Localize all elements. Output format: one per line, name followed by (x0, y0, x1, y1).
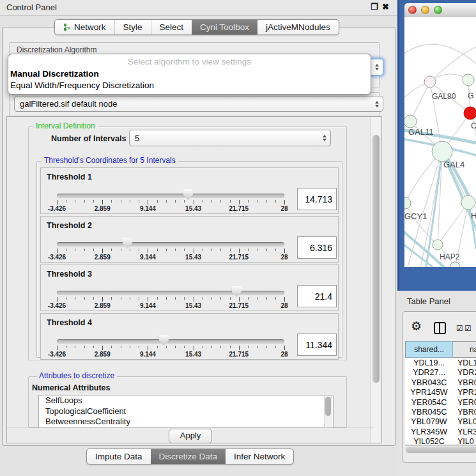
combo-arrows-icon (375, 101, 379, 107)
tab-select[interactable]: Select (151, 20, 192, 35)
gear-icon[interactable]: ⚙ (411, 320, 422, 332)
tick-label: 21.715 (229, 302, 249, 309)
slider-track[interactable] (57, 194, 284, 198)
threshold-label: Threshold 1 (47, 173, 92, 181)
scrollbar-thumb[interactable] (406, 447, 476, 453)
slider-track[interactable] (57, 339, 284, 344)
column-header-name[interactable]: na (453, 341, 476, 358)
tick-label: 28 (280, 302, 288, 309)
list-item[interactable]: TopologicalCoefficient (39, 406, 333, 417)
network-node[interactable] (463, 74, 474, 86)
tab-discretize-data[interactable]: Discretize Data (151, 449, 226, 464)
list-item[interactable]: BetweennessCentrality (39, 417, 333, 427)
node-label: GAL11 (408, 127, 434, 137)
table-row[interactable]: YBR045CYBR0 (405, 408, 476, 417)
slider-handle[interactable] (232, 286, 242, 297)
table-row[interactable]: YDL19...YDL1 (405, 358, 476, 368)
table-cell[interactable]: YPR1 (453, 388, 476, 397)
table-panel-region: Table Panel ⚙ ☑ ☑ shared... na YDL19...Y… (397, 291, 476, 476)
discretization-algorithm-group-title: Discretization Algorithm (14, 46, 99, 54)
tick-label: 9.144 (140, 254, 156, 261)
slider-handle[interactable] (183, 189, 193, 200)
tick-label: 2.859 (95, 302, 111, 309)
table-row[interactable]: YDR27...YDR2 (405, 368, 476, 378)
minimize-traffic-light-icon[interactable] (421, 6, 429, 14)
threshold-value-field[interactable] (297, 334, 337, 356)
scrollbar-thumb[interactable] (372, 135, 380, 383)
algorithm-dropdown-popup: Select algorithm to view settings Manual… (8, 54, 371, 95)
network-node[interactable] (404, 115, 417, 128)
table-cell[interactable]: YDL1 (453, 358, 476, 368)
table-cell[interactable]: YBR0 (453, 408, 476, 417)
list-scrollbar[interactable] (324, 396, 332, 427)
table-cell[interactable]: YDR2 (453, 368, 476, 378)
slider-track[interactable] (57, 291, 284, 295)
float-window-icon[interactable]: ❐ (371, 2, 378, 12)
dropdown-option-manual[interactable]: Manual Discretization (8, 68, 371, 80)
table-cell[interactable]: YIL052C (405, 437, 453, 444)
table-cell[interactable]: YDR27... (405, 368, 453, 378)
tick-label: 21.715 (229, 351, 249, 358)
tab-style[interactable]: Style (114, 20, 151, 35)
threshold-value-field[interactable] (297, 188, 337, 210)
tab-jactivemnodules[interactable]: jActiveMNodules (257, 20, 339, 35)
slider-track[interactable] (57, 242, 284, 247)
table-cell[interactable]: YER0 (453, 398, 476, 408)
horizontal-scrollbar[interactable] (405, 445, 476, 454)
vertical-scrollbar[interactable] (371, 117, 381, 443)
apply-button[interactable]: Apply (169, 429, 212, 443)
table-row[interactable]: YER054CYER0 (405, 398, 476, 408)
checkbox-icon[interactable]: ☑ (456, 324, 463, 333)
checkbox-icon[interactable]: ☑ (464, 324, 472, 333)
table-cell[interactable]: YLR3 (453, 427, 476, 437)
threshold-list: Threshold 1 -3.4262.8599.14415.4321.7152… (40, 167, 339, 362)
table-data-combobox[interactable]: galFiltered.sif default node (14, 96, 383, 112)
tab-cyni-toolbox[interactable]: Cyni Toolbox (192, 20, 257, 35)
threshold-value-field[interactable] (297, 236, 337, 259)
tab-impute-data[interactable]: Impute Data (87, 449, 151, 464)
network-node[interactable] (404, 197, 411, 209)
columns-icon[interactable] (434, 322, 446, 334)
dropdown-hint-item[interactable]: Select algorithm to view settings (8, 54, 371, 68)
table-cell[interactable]: YBR0 (453, 378, 476, 388)
network-node[interactable] (461, 196, 475, 210)
table-cell[interactable]: YBL079W (405, 417, 453, 427)
zoom-traffic-light-icon[interactable] (434, 6, 442, 14)
slider-handle[interactable] (123, 238, 132, 249)
close-traffic-light-icon[interactable] (408, 6, 417, 14)
close-icon[interactable]: ✖ (382, 2, 389, 12)
table-cell[interactable]: YBR043C (405, 378, 453, 388)
tab-network[interactable]: Network (55, 20, 114, 35)
slider-handle[interactable] (159, 335, 169, 346)
table-row[interactable]: YPR145WYPR1 (405, 388, 476, 397)
network-node[interactable] (464, 107, 476, 119)
table-cell[interactable]: YPR145W (405, 388, 453, 397)
network-canvas[interactable]: GAL80GCGAL11GAL4GCY1HHAP2 (404, 17, 476, 267)
tab-infer-network[interactable]: Infer Network (226, 449, 293, 464)
network-desktop: GAL80GCGAL11GAL4GCY1HHAP2 (397, 0, 476, 291)
number-of-intervals-combobox[interactable]: 5 (129, 130, 331, 146)
scrollbar-thumb[interactable] (325, 397, 331, 416)
network-node[interactable] (433, 240, 443, 250)
table-row[interactable]: YLR345WYLR3 (405, 427, 476, 437)
network-node[interactable] (432, 141, 452, 162)
table-row[interactable]: YBR043CYBR0 (405, 378, 476, 388)
network-window-titlebar[interactable] (404, 3, 476, 18)
table-cell[interactable]: YDL19... (405, 358, 453, 368)
dropdown-option-equal-width[interactable]: Equal Width/Frequency Discretization (8, 80, 371, 91)
threshold-value-field[interactable] (297, 285, 337, 307)
table-row[interactable]: YBL079WYBL0 (405, 417, 476, 427)
table-cell[interactable]: YER054C (405, 398, 453, 408)
numerical-attributes-list[interactable]: SelfLoops TopologicalCoefficient Between… (38, 395, 334, 428)
table-cell[interactable]: YBL0 (453, 417, 476, 427)
network-node[interactable] (424, 76, 436, 88)
table-cell[interactable]: YBR045C (405, 408, 453, 417)
table-row[interactable]: YIL052CYIL0 (405, 437, 476, 444)
list-item[interactable]: SelfLoops (39, 395, 333, 406)
tick-label: 28 (280, 351, 288, 358)
network-node[interactable] (450, 262, 460, 267)
table-cell[interactable]: YLR345W (405, 427, 453, 437)
tick-label: 2.859 (95, 351, 111, 358)
table-cell[interactable]: YIL0 (453, 437, 476, 444)
column-header-shared-name[interactable]: shared... (405, 341, 453, 358)
